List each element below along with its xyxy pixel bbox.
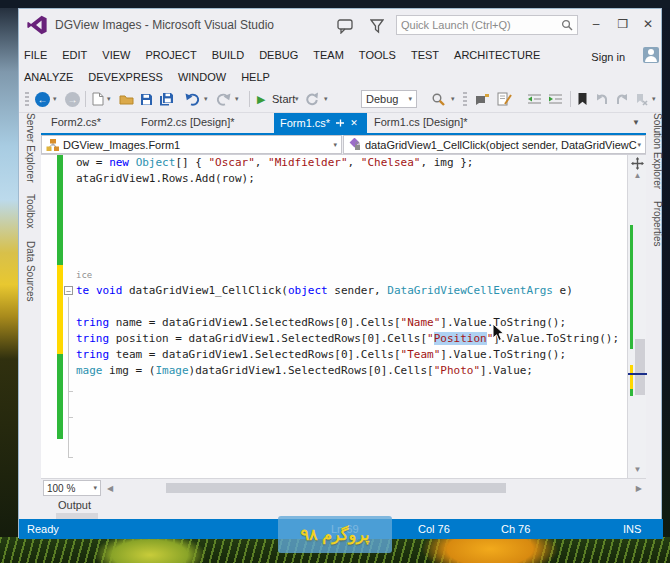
- code-editor[interactable]: ow = new Object[] { "Oscar", "Midfielder…: [41, 154, 646, 478]
- close-tab-icon[interactable]: ✕: [350, 118, 358, 128]
- clear-bookmarks-icon[interactable]: [635, 91, 648, 107]
- close-button[interactable]: ✕: [637, 15, 659, 33]
- code-line[interactable]: tring position = dataGridView1.SelectedR…: [41, 331, 627, 347]
- menu-item[interactable]: TOOLS: [359, 49, 396, 61]
- code-line[interactable]: te void dataGridView1_CellClick(object s…: [41, 283, 627, 299]
- tool-window-tab[interactable]: Data Sources: [25, 241, 36, 302]
- user-avatar-icon[interactable]: [643, 47, 659, 63]
- navigate-backward-dropdown[interactable]: ▾: [53, 91, 57, 107]
- horizontal-scrollbar-thumb[interactable]: [166, 483, 506, 493]
- code-line[interactable]: [41, 187, 627, 203]
- tool-window-tab[interactable]: Properties: [652, 201, 663, 247]
- scrollbar-change-mark-green-2: [630, 389, 633, 396]
- save-all-button[interactable]: [159, 91, 176, 107]
- standard-toolbar: ← ▾ → ▾ ▾ ▾: [19, 85, 661, 113]
- code-line[interactable]: tring name = dataGridView1.SelectedRows[…: [41, 315, 627, 331]
- toolbar-overflow-dropdown-2[interactable]: ▾: [652, 91, 656, 107]
- menu-item[interactable]: DEVEXPRESS: [88, 71, 163, 83]
- toolbar-overflow-dropdown[interactable]: ▾: [451, 91, 455, 107]
- pin-icon[interactable]: [335, 118, 345, 128]
- collapse-region-toggle[interactable]: –: [64, 286, 73, 295]
- menu-item[interactable]: EDIT: [62, 49, 87, 61]
- undo-button[interactable]: [185, 91, 200, 107]
- zoom-level-value: 100 %: [47, 483, 93, 494]
- code-line[interactable]: [41, 235, 627, 251]
- split-editor-handle[interactable]: [631, 157, 644, 170]
- add-item-button[interactable]: [119, 91, 134, 107]
- tool-window-tab[interactable]: Toolbox: [25, 194, 36, 228]
- start-debug-button[interactable]: Start: [269, 91, 298, 107]
- next-bookmark-icon[interactable]: [615, 91, 629, 107]
- tab-form1-cs-active[interactable]: Form1.cs* ✕: [274, 113, 367, 133]
- navigate-forward-button[interactable]: →: [65, 91, 80, 107]
- menu-item[interactable]: TEAM: [313, 49, 344, 61]
- code-line[interactable]: tring team = dataGridView1.SelectedRows[…: [41, 347, 627, 363]
- editor-zoom-combo[interactable]: 100 %▾: [43, 480, 101, 496]
- previous-bookmark-icon[interactable]: [595, 91, 609, 107]
- menu-item[interactable]: WINDOW: [178, 71, 226, 83]
- menu-item[interactable]: PROJECT: [145, 49, 196, 61]
- scroll-right-arrow[interactable]: ▶: [636, 484, 642, 493]
- tab-form2-cs[interactable]: Form2.cs*: [46, 113, 134, 133]
- new-file-button[interactable]: [92, 91, 104, 107]
- active-tab-label: Form1.cs*: [280, 117, 330, 129]
- save-button[interactable]: [140, 91, 153, 107]
- redo-dropdown[interactable]: ▾: [235, 91, 239, 107]
- menu-item[interactable]: FILE: [24, 49, 47, 61]
- code-line[interactable]: [41, 251, 627, 267]
- vertical-scrollbar[interactable]: ▲ ▼: [627, 155, 646, 478]
- code-line[interactable]: mage img = (Image)dataGridView1.Selected…: [41, 363, 627, 379]
- members-dropdown[interactable]: dataGridView1_CellClick(object sender, D…: [343, 135, 646, 154]
- find-in-files-icon[interactable]: [431, 91, 446, 107]
- new-file-dropdown[interactable]: ▾: [107, 91, 111, 107]
- tool-window-tab[interactable]: Server Explorer: [25, 113, 36, 182]
- types-dropdown[interactable]: DGView_Images.Form1 ▾: [41, 135, 342, 154]
- tab-form1-cs-design[interactable]: Form1.cs [Design]*: [369, 113, 489, 133]
- output-panel-tab[interactable]: Output: [58, 499, 91, 511]
- minimize-button[interactable]: –: [585, 15, 607, 33]
- tab-form2-cs-design[interactable]: Form2.cs [Design]*: [136, 113, 272, 133]
- menu-item[interactable]: TEST: [411, 49, 439, 61]
- refresh-dropdown[interactable]: ▾: [324, 91, 328, 107]
- toggle-bookmark-icon[interactable]: [577, 91, 588, 107]
- code-line[interactable]: [41, 299, 627, 315]
- vertical-scrollbar-thumb[interactable]: [635, 339, 645, 395]
- code-line[interactable]: ow = new Object[] { "Oscar", "Midfielder…: [41, 155, 627, 171]
- code-text[interactable]: ow = new Object[] { "Oscar", "Midfielder…: [41, 155, 627, 478]
- sign-in-link[interactable]: Sign in: [591, 51, 625, 63]
- toolbar-grip-2[interactable]: [463, 92, 467, 106]
- menu-item[interactable]: BUILD: [212, 49, 244, 61]
- tab-list-dropdown[interactable]: ▼: [632, 118, 640, 127]
- scroll-down-arrow[interactable]: ▼: [628, 465, 647, 474]
- code-line[interactable]: ataGridView1.Rows.Add(row);: [41, 171, 627, 187]
- decrease-indent-icon[interactable]: [527, 91, 542, 107]
- menu-item[interactable]: ARCHITECTURE: [454, 49, 540, 61]
- scrollbar-change-mark-green: [630, 225, 633, 349]
- comment-selection-icon[interactable]: [474, 91, 490, 107]
- uncomment-selection-icon[interactable]: [497, 91, 512, 107]
- solution-configuration-combo[interactable]: Debug▾: [361, 90, 417, 108]
- code-line[interactable]: [41, 219, 627, 235]
- left-tool-window-tabs: Server ExplorerToolboxData Sources: [19, 113, 41, 302]
- tool-window-tab[interactable]: Solution Explorer: [652, 113, 663, 189]
- start-debug-dropdown[interactable]: ▾: [295, 91, 299, 107]
- feedback-smile-icon[interactable]: [337, 19, 354, 34]
- refresh-button[interactable]: [305, 91, 319, 107]
- increase-indent-icon[interactable]: [548, 91, 563, 107]
- menu-item[interactable]: ANALYZE: [24, 71, 73, 83]
- quick-launch-box[interactable]: Quick Launch (Ctrl+Q): [396, 15, 578, 35]
- menu-item[interactable]: HELP: [241, 71, 270, 83]
- start-debug-icon[interactable]: ▶: [257, 91, 265, 107]
- notifications-flag-icon[interactable]: [370, 19, 384, 34]
- scroll-left-arrow[interactable]: ◀: [107, 484, 113, 493]
- menu-item[interactable]: VIEW: [102, 49, 130, 61]
- redo-button[interactable]: [216, 91, 231, 107]
- navigate-backward-button[interactable]: ←: [35, 91, 50, 107]
- maximize-button[interactable]: ❒: [612, 15, 634, 33]
- scroll-up-arrow[interactable]: ▲: [628, 171, 647, 180]
- toolbar-grip[interactable]: [25, 92, 29, 106]
- menu-item[interactable]: DEBUG: [259, 49, 298, 61]
- code-line[interactable]: ice: [41, 267, 627, 283]
- undo-dropdown[interactable]: ▾: [204, 91, 208, 107]
- code-line[interactable]: [41, 203, 627, 219]
